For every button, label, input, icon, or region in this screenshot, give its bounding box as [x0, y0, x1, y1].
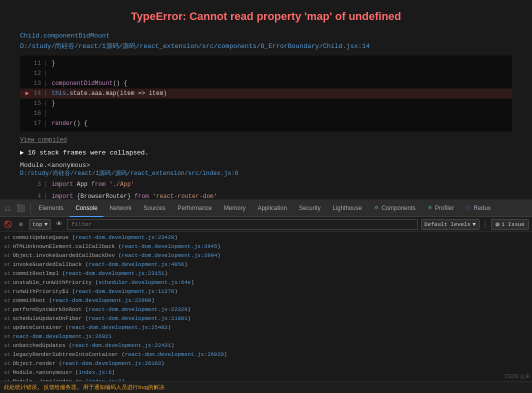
context-selector[interactable]: top ▼: [29, 219, 51, 230]
console-toolbar: 🚫 ⊘ top ▼ 👁 Default levels ▼ | 1 Issue: [0, 217, 532, 232]
stack-link[interactable]: react-dom.development.js:22329: [88, 306, 188, 312]
stack-link[interactable]: index.js:8: [88, 378, 122, 381]
tab-elements[interactable]: Elements: [32, 200, 70, 217]
issues-dot: [496, 222, 500, 226]
chevron-down-icon: ▼: [44, 222, 48, 228]
stack-link[interactable]: react-dom.development.js:26103: [62, 360, 161, 366]
stack-link[interactable]: react-dom.development.js:25482: [68, 324, 168, 330]
import-line-3: 3 | import App from './App': [20, 180, 512, 190]
stack-link[interactable]: react-dom.development.js:22990: [52, 298, 151, 304]
code-line-15: 15 | }: [20, 98, 512, 108]
error-title: TypeError: Cannot read property 'map' of…: [20, 10, 512, 23]
list-item: at react-dom.development.js:26021: [0, 332, 532, 341]
issues-badge[interactable]: 1 Issue: [491, 219, 529, 230]
clear-console-icon[interactable]: 🚫: [3, 220, 13, 230]
module-section: Module.<anonymous> D:/study/尚硅谷/react/1源…: [20, 162, 512, 200]
console-output: at commitUpdateQueue (react-dom.developm…: [0, 232, 532, 381]
error-filepath: D:/study/尚硅谷/react/1源码/源码/react_extensio…: [20, 42, 512, 50]
toolbar-icons: ⬚ ⬛: [2, 203, 30, 214]
levels-selector[interactable]: Default levels ▼: [421, 219, 480, 230]
stack-link[interactable]: react-dom.development.js:21881: [88, 316, 188, 322]
stack-link[interactable]: react-dom.development.js:26021: [12, 334, 112, 340]
list-item: at Module../src/index.js (index.js:8): [0, 377, 532, 381]
filter-icon[interactable]: ⊘: [16, 220, 26, 230]
watermark: CSDN 众来: [504, 373, 530, 380]
list-item: at invokeGuardedCallback (react-dom.deve…: [0, 260, 532, 269]
react-icon-profiler: ⚛: [428, 204, 432, 211]
error-panel: TypeError: Cannot read property 'map' of…: [0, 0, 532, 200]
code-line-14: ▶ 14 | this.state.aaa.map(item => item): [20, 88, 512, 98]
stack-link[interactable]: react-dom.development.js:4056: [88, 262, 184, 268]
list-item: at performSyncWorkOnRoot (react-dom.deve…: [0, 305, 532, 314]
list-item: at unstable_runWithPriority (scheduler.d…: [0, 278, 532, 287]
code-line-13: 13 | componentDidMount() {: [20, 78, 512, 88]
module-name: Module.<anonymous>: [20, 162, 512, 169]
device-icon[interactable]: ⬛: [15, 203, 26, 214]
list-item: at HTMLUnknownElement.callCallback (reac…: [0, 242, 532, 251]
react-icon-components: ⚛: [374, 204, 379, 211]
stack-link[interactable]: react-dom.development.js:22431: [72, 342, 171, 348]
stack-link[interactable]: react-dom.development.js:23420: [76, 234, 174, 240]
list-item: at updateContainer (react-dom.developmen…: [0, 323, 532, 332]
stack-link[interactable]: index.js:6: [78, 370, 112, 376]
list-item: at legacyRenderSubtreeIntoContainer (rea…: [0, 350, 532, 359]
code-line-12: 12 |: [20, 68, 512, 78]
module-path: D:/study/尚硅谷/react/1源码/源码/react_extensio…: [20, 169, 512, 178]
tab-lighthouse[interactable]: Lighthouse: [326, 200, 368, 217]
tab-application[interactable]: Application: [252, 200, 293, 217]
tab-profiler[interactable]: ⚛ Profiler: [422, 200, 460, 217]
list-item: at Object.invokeGuardedCallbackDev (reac…: [0, 251, 532, 260]
tab-security[interactable]: Security: [293, 200, 326, 217]
stack-link[interactable]: scheduler.development.js:64e: [98, 280, 191, 286]
stack-link[interactable]: react-dom.development.js:23151: [66, 270, 164, 276]
view-compiled-link[interactable]: View compiled: [20, 136, 512, 144]
tab-redux[interactable]: ⬡ Redux: [460, 200, 497, 217]
stack-link[interactable]: react-dom.development.js:3994: [122, 252, 217, 258]
chevron-down-icon: ▼: [472, 222, 476, 228]
tab-console[interactable]: Console: [70, 200, 104, 217]
stack-link[interactable]: react-dom.development.js:26020: [125, 352, 224, 358]
code-block: 11 | } 12 | 13 | componentDidMount() { ▶…: [20, 56, 512, 132]
error-function: Child.componentDidMount: [20, 32, 512, 40]
list-item: at unbatchedUpdates (react-dom.developme…: [0, 341, 532, 350]
list-item: at commitRootImpl (react-dom.development…: [0, 269, 532, 278]
redux-icon: ⬡: [466, 204, 471, 211]
collapsed-frames: ▶ 16 stack frames were collapsed.: [20, 148, 512, 156]
code-line-16: 16 |: [20, 108, 512, 118]
list-item: at runWithPriority$1 (react-dom.developm…: [0, 287, 532, 296]
list-item: at scheduleUpdateOnFiber (react-dom.deve…: [0, 314, 532, 323]
tab-sources[interactable]: Sources: [138, 200, 172, 217]
tab-list: Elements Console Network Sources Perform…: [32, 200, 497, 216]
tab-memory[interactable]: Memory: [218, 200, 252, 217]
eye-icon[interactable]: 👁: [54, 220, 64, 230]
code-line-11: 11 | }: [20, 58, 512, 68]
tab-network[interactable]: Network: [104, 200, 138, 217]
status-bar: 此处统计错误, 反馈给服务器, 用于通知编码人员进行bug的解决: [0, 381, 532, 393]
code-line-17: 17 | render() {: [20, 118, 512, 128]
stack-link[interactable]: react-dom.development.js:3945: [122, 244, 217, 250]
status-info: 此处统计错误, 反馈给服务器, 用于通知编码人员进行bug的解决: [4, 384, 164, 391]
stack-link[interactable]: react-dom.development.js:11276: [76, 288, 174, 294]
tab-performance[interactable]: Performance: [172, 200, 218, 217]
list-item: at commitUpdateQueue (react-dom.developm…: [0, 233, 532, 242]
tab-components[interactable]: ⚛ Components: [368, 200, 422, 217]
filter-input[interactable]: [67, 219, 418, 230]
list-item: at Object.render (react-dom.development.…: [0, 359, 532, 368]
list-item: at commitRoot (react-dom.development.js:…: [0, 296, 532, 305]
devtools-toolbar: ⬚ ⬛ Elements Console Network Sources Per…: [0, 200, 532, 217]
import-line-4: 4 | import {BrowserRouter} from 'react-r…: [20, 192, 512, 200]
inspect-icon[interactable]: ⬚: [2, 203, 13, 214]
list-item: at Module.<anonymous> (index.js:6): [0, 368, 532, 377]
